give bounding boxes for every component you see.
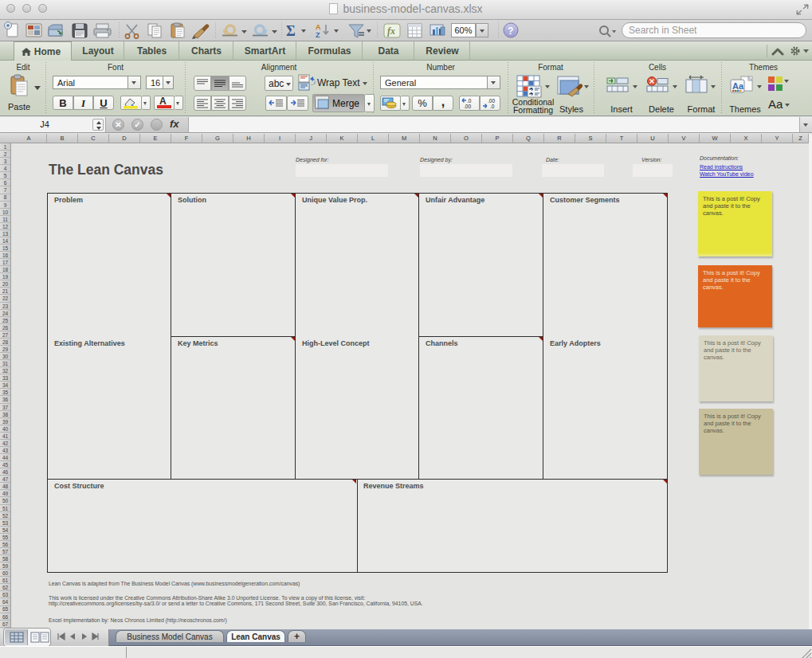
svg-text:Aa: Aa	[732, 81, 744, 91]
svg-text:.0: .0	[467, 98, 472, 104]
svg-text:Z: Z	[316, 31, 320, 39]
svg-text:.00: .00	[488, 98, 495, 104]
svg-text:fx: fx	[387, 25, 395, 37]
svg-text:?: ?	[508, 25, 513, 37]
svg-text:.0: .0	[490, 104, 495, 109]
svg-text:.00: .00	[464, 104, 471, 109]
svg-text:A: A	[316, 23, 321, 31]
svg-text:Σ: Σ	[286, 23, 296, 39]
